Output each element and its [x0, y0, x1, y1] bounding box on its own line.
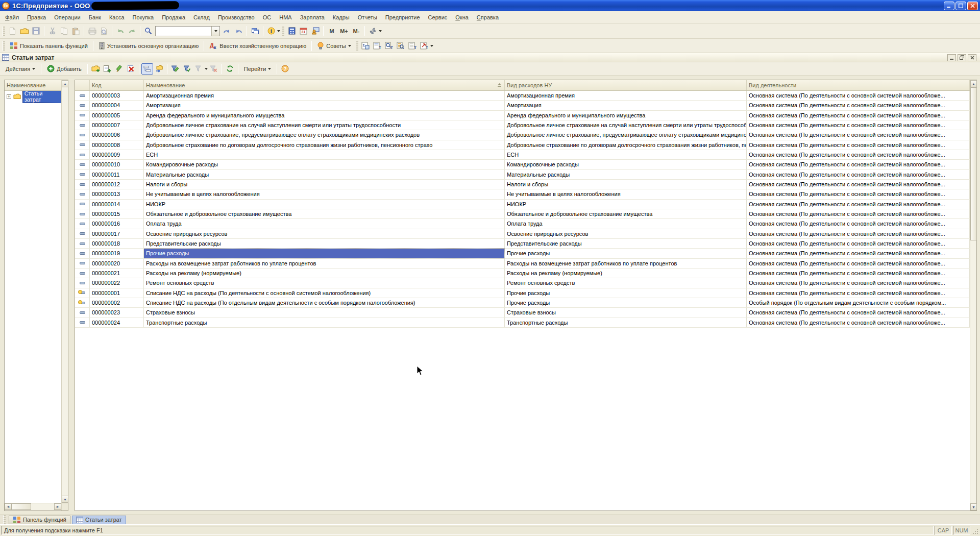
external-report-icon[interactable]: T [419, 40, 430, 52]
tree-horizontal-scrollbar[interactable]: ◄ ► [5, 503, 61, 510]
row-activity-cell[interactable]: Основная система (По деятельности с осно… [747, 91, 970, 100]
row-activity-cell[interactable]: Основная система (По деятельности с осно… [747, 170, 970, 179]
scroll-right-icon[interactable]: ► [54, 503, 61, 510]
row-nu-expense-cell[interactable]: Ремонт основных средств [505, 278, 747, 287]
minimize-button[interactable] [944, 2, 954, 10]
calendar-icon[interactable]: 31 [298, 26, 309, 37]
menu-item-2[interactable]: Операции [50, 13, 84, 22]
table-row[interactable]: 000000011Материальные расходыМатериальны… [75, 170, 970, 180]
scroll-down-icon[interactable]: ▼ [970, 503, 977, 510]
row-nu-expense-cell[interactable]: Расходы на рекламу (нормируемые) [505, 269, 747, 278]
row-code-cell[interactable]: 000000016 [90, 219, 144, 228]
row-name-cell[interactable]: Списание НДС на расходы (По деятельности… [144, 288, 505, 298]
menu-item-6[interactable]: Продажа [158, 13, 189, 22]
row-nu-expense-cell[interactable]: Командировочные расходы [505, 160, 747, 169]
row-nu-expense-cell[interactable]: Освоение природных ресурсов [505, 229, 747, 238]
table-row[interactable]: 000000005Аренда федерального и муниципал… [75, 111, 970, 120]
edit-item-icon[interactable] [113, 63, 125, 75]
row-name-cell[interactable]: Страховые взносы [144, 308, 505, 317]
icon-column-header[interactable] [75, 80, 90, 90]
row-name-cell[interactable]: Материальные расходы [144, 170, 505, 179]
row-code-cell[interactable]: 000000001 [90, 288, 144, 298]
row-nu-expense-cell[interactable]: Аренда федерального и муниципального иму… [505, 111, 747, 120]
memory-m-plus-button[interactable]: M+ [338, 26, 350, 36]
row-nu-expense-cell[interactable]: Добровольное страхование по договорам до… [505, 140, 747, 150]
child-restore-icon[interactable] [958, 54, 966, 61]
row-code-cell[interactable]: 000000021 [90, 269, 144, 278]
row-activity-cell[interactable]: Основная система (По деятельности с осно… [747, 229, 970, 238]
row-activity-cell[interactable]: Основная система (По деятельности с осно… [747, 308, 970, 317]
hierarchy-view-icon[interactable] [141, 63, 153, 75]
row-code-cell[interactable]: 000000005 [90, 111, 144, 120]
row-name-cell[interactable]: Добровольное страхование по договорам до… [144, 140, 505, 150]
tree-vertical-scrollbar[interactable]: ▲ ▼ [61, 80, 68, 503]
filter-history-icon[interactable] [193, 63, 205, 75]
row-activity-cell[interactable]: Основная система (По деятельности с осно… [747, 130, 970, 139]
row-nu-expense-cell[interactable]: Оплата труда [505, 219, 747, 228]
row-nu-expense-cell[interactable]: Транспортные расходы [505, 318, 747, 327]
row-name-cell[interactable]: Расходы на возмещение затрат работников … [144, 259, 505, 268]
find-next-icon[interactable] [221, 26, 233, 37]
row-activity-cell[interactable]: Основная система (По деятельности с осно… [747, 200, 970, 209]
filter-history-dropdown-icon[interactable] [205, 68, 208, 70]
help-icon[interactable]: ? [279, 63, 291, 75]
scroll-down-icon[interactable]: ▼ [62, 496, 68, 503]
row-code-cell[interactable]: 000000011 [90, 170, 144, 179]
table-row[interactable]: 000000020Расходы на возмещение затрат ра… [75, 259, 970, 269]
row-activity-cell[interactable]: Основная система (По деятельности с осно… [747, 120, 970, 130]
expand-icon[interactable]: + [7, 94, 11, 99]
toolbar-grip[interactable] [3, 27, 5, 36]
row-name-cell[interactable]: Транспортные расходы [144, 318, 505, 327]
row-nu-expense-cell[interactable]: Амортизационная премия [505, 91, 747, 100]
child-minimize-icon[interactable] [947, 54, 956, 61]
row-nu-expense-cell[interactable]: Добровольное личное страхование на случа… [505, 120, 747, 130]
table-row[interactable]: 000000008Добровольное страхование по дог… [75, 140, 970, 150]
menu-item-3[interactable]: Банк [85, 13, 105, 22]
row-name-cell[interactable]: Не учитываемые в целях налогообложения [144, 189, 505, 199]
menu-item-13[interactable]: Отчеты [354, 13, 381, 22]
row-code-cell[interactable]: 000000006 [90, 130, 144, 139]
table-row[interactable]: 000000014НИОКРНИОКРОсновная система (По … [75, 200, 970, 209]
row-nu-expense-cell[interactable]: Прочие расходы [505, 288, 747, 298]
table-vertical-scrollbar[interactable]: ▲ ▼ [970, 80, 976, 510]
row-code-cell[interactable]: 000000023 [90, 308, 144, 317]
row-activity-cell[interactable]: Основная система (По деятельности с осно… [747, 150, 970, 159]
row-nu-expense-cell[interactable]: Не учитываемые в целях налогообложения [505, 189, 747, 199]
table-row[interactable]: 000000018Представительские расходыПредст… [75, 239, 970, 249]
row-activity-cell[interactable]: Особый порядок (По отдельным видам деяте… [747, 298, 970, 307]
name-column-header[interactable]: Наименование [144, 80, 505, 90]
row-name-cell[interactable]: Амортизация [144, 101, 505, 110]
row-code-cell[interactable]: 000000022 [90, 278, 144, 287]
add-button[interactable]: Добавить [43, 63, 85, 75]
scroll-left-icon[interactable]: ◄ [5, 503, 12, 510]
paste-icon[interactable] [70, 26, 82, 37]
menu-item-8[interactable]: Производство [214, 13, 259, 22]
row-name-cell[interactable]: Прочие расходы [144, 249, 505, 258]
tree-item-label[interactable]: Статьи затрат [22, 91, 61, 103]
service-dropdown-icon[interactable] [379, 30, 382, 32]
row-name-cell[interactable]: Командировочные расходы [144, 160, 505, 169]
child-close-icon[interactable] [968, 54, 976, 61]
refresh-icon[interactable] [224, 63, 236, 75]
cut-icon[interactable] [46, 26, 58, 37]
menu-item-7[interactable]: Склад [189, 13, 214, 22]
resize-grip[interactable] [971, 526, 979, 535]
row-nu-expense-cell[interactable]: Обязательное и добровольное страхование … [505, 209, 747, 218]
new-document-icon[interactable] [7, 26, 18, 37]
open-icon[interactable] [18, 26, 30, 37]
print-icon[interactable] [86, 26, 98, 37]
row-activity-cell[interactable]: Основная система (По деятельности с осно… [747, 269, 970, 278]
row-code-cell[interactable]: 000000012 [90, 180, 144, 189]
summary-report-icon[interactable]: Σ [360, 40, 372, 52]
find-prev-icon[interactable] [233, 26, 244, 37]
row-activity-cell[interactable]: Основная система (По деятельности с осно… [747, 239, 970, 248]
table-row[interactable]: 000000024Транспортные расходыТранспортны… [75, 318, 970, 328]
row-name-cell[interactable]: Добровольное личное страхование на случа… [144, 120, 505, 130]
enter-business-operation-button[interactable]: ДкВвести хозяйственную операцию [206, 40, 309, 52]
print-preview-icon[interactable] [98, 26, 110, 37]
row-nu-expense-cell[interactable]: ЕСН [505, 150, 747, 159]
row-nu-expense-cell[interactable]: Расходы на возмещение затрат работников … [505, 259, 747, 268]
row-code-cell[interactable]: 000000007 [90, 120, 144, 130]
table-row[interactable]: 000000017Освоение природных ресурсовОсво… [75, 229, 970, 239]
show-function-panel-button[interactable]: Показать панель функций [7, 40, 91, 52]
